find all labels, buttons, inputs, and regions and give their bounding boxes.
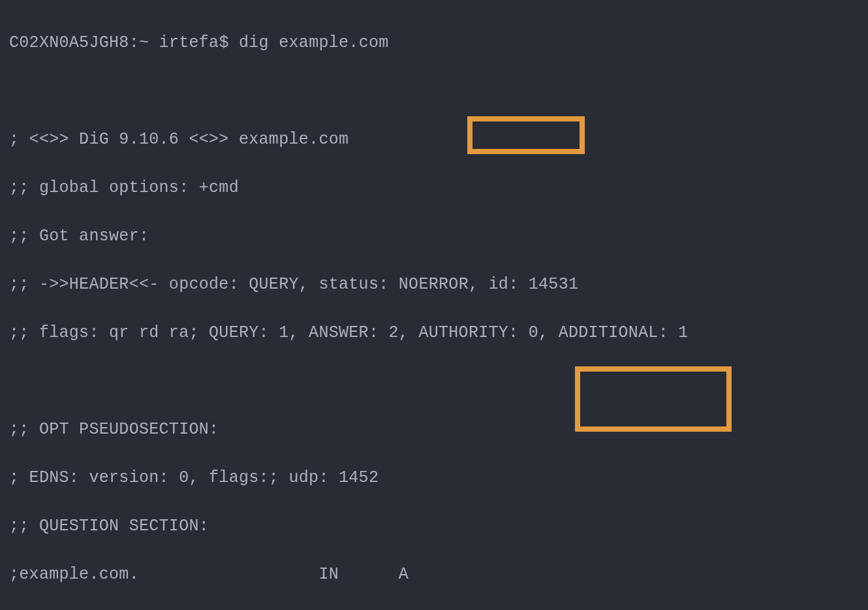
- dig-global-options: ;; global options: +cmd: [9, 176, 859, 200]
- dig-opt-header: ;; OPT PSEUDOSECTION:: [9, 417, 859, 441]
- prompt-host: C02XN0A5JGH8: [9, 33, 129, 52]
- dig-question-line: ;example.com. IN A: [9, 562, 859, 586]
- dig-header-line: ;; ->>HEADER<<- opcode: QUERY, status: N…: [9, 272, 859, 297]
- dig-edns-line: ; EDNS: version: 0, flags:; udp: 1452: [9, 466, 859, 490]
- prompt-path: ~: [139, 33, 149, 52]
- dig-question-header: ;; QUESTION SECTION:: [9, 514, 859, 538]
- dig-header-prefix: ;; ->>HEADER<<- opcode: QUERY, status:: [9, 275, 389, 294]
- blank-line: [9, 79, 859, 103]
- dig-got-answer: ;; Got answer:: [9, 224, 859, 248]
- dig-header-status: NOERROR: [399, 275, 469, 294]
- terminal-output[interactable]: C02XN0A5JGH8:~ irtefa$ dig example.com ;…: [0, 0, 868, 610]
- dig-header-id: id: 14531: [478, 275, 578, 294]
- prompt-command: dig example.com: [239, 33, 389, 52]
- dig-flags-line: ;; flags: qr rd ra; QUERY: 1, ANSWER: 2,…: [9, 321, 859, 345]
- blank-line: [9, 369, 859, 393]
- prompt-user: irtefa: [159, 33, 219, 52]
- prompt-line: C02XN0A5JGH8:~ irtefa$ dig example.com: [9, 31, 859, 55]
- dig-banner: ; <<>> DiG 9.10.6 <<>> example.com: [9, 127, 859, 152]
